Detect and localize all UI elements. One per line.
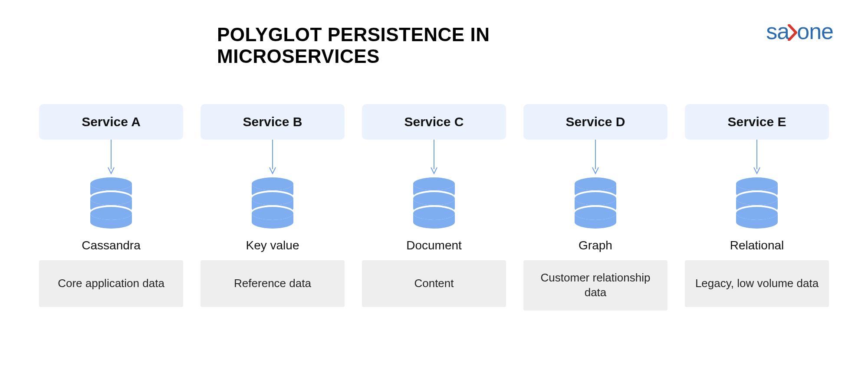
svg-point-27: [736, 192, 778, 205]
svg-point-3: [90, 192, 132, 205]
database-icon: [87, 177, 135, 229]
service-label-box: Service D: [523, 104, 667, 140]
svg-point-25: [736, 177, 778, 190]
arrow-down-icon: [111, 140, 112, 173]
arrow-down-icon: [595, 140, 596, 173]
logo-text-one: one: [797, 18, 833, 44]
db-type-label: Cassandra: [82, 239, 140, 252]
service-column: Service E Relational: [685, 104, 829, 311]
data-description-box: Core application data: [39, 260, 183, 307]
svg-point-1: [90, 177, 132, 190]
arrow-down-icon: [756, 140, 757, 173]
svg-point-7: [252, 177, 293, 190]
svg-point-21: [575, 192, 616, 205]
svg-point-9: [252, 192, 293, 205]
services-row: Service A Cassandra: [0, 104, 868, 311]
svg-point-17: [413, 207, 455, 220]
data-description-box: Reference data: [201, 260, 345, 307]
svg-point-19: [575, 177, 616, 190]
data-description-box: Legacy, low volume data: [685, 260, 829, 307]
database-icon: [733, 177, 781, 229]
logo-text-sa: sa: [766, 18, 789, 44]
service-label-box: Service E: [685, 104, 829, 140]
service-column: Service B Key value: [201, 104, 345, 311]
svg-point-13: [413, 177, 455, 190]
arrow-down-icon: [272, 140, 273, 173]
database-icon: [572, 177, 619, 229]
data-description-box: Content: [362, 260, 506, 307]
service-label-box: Service B: [201, 104, 345, 140]
service-column: Service A Cassandra: [39, 104, 183, 311]
db-type-label: Key value: [246, 239, 299, 252]
arrow-down-icon: [434, 140, 434, 173]
service-label-box: Service A: [39, 104, 183, 140]
svg-point-15: [413, 192, 455, 205]
database-icon: [249, 177, 296, 229]
data-description-box: Customer relationship data: [523, 260, 667, 311]
db-type-label: Document: [406, 239, 462, 252]
brand-logo: sa one: [766, 18, 833, 44]
service-column: Service D Graph Cust: [523, 104, 667, 311]
svg-point-23: [575, 207, 616, 220]
svg-point-11: [252, 207, 293, 220]
svg-point-29: [736, 207, 778, 220]
service-column: Service C Document C: [362, 104, 506, 311]
db-type-label: Relational: [730, 239, 784, 252]
database-icon: [410, 177, 458, 229]
db-type-label: Graph: [579, 239, 612, 252]
logo-chevron-icon: [787, 24, 799, 41]
diagram-title: POLYGLOT PERSISTENCE IN MICROSERVICES: [217, 24, 651, 67]
svg-point-5: [90, 207, 132, 220]
service-label-box: Service C: [362, 104, 506, 140]
